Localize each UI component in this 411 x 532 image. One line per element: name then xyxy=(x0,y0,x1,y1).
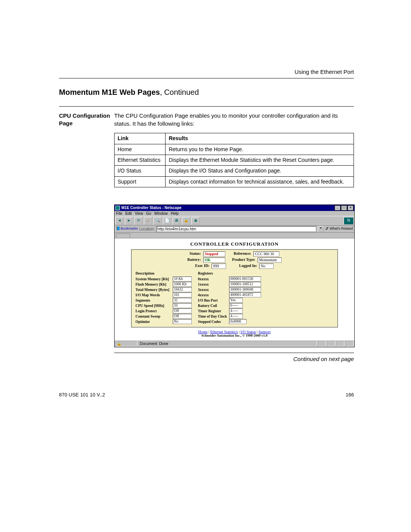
table-row: I/O Status Displays the I/O Status and C… xyxy=(115,166,354,176)
header-chapter: Using the Ethernet Port xyxy=(59,69,354,75)
web-content: CONTROLLER CONFIGURATION Status: Stopped… xyxy=(115,238,354,340)
reload-icon[interactable]: ⟳ xyxy=(134,217,143,225)
header-rule xyxy=(59,78,354,78)
status-slot xyxy=(327,341,335,347)
page-title-bold: Momentum M1E Web Pages xyxy=(59,88,160,96)
battery-value: OK xyxy=(203,257,225,263)
registers-column: Registers 0xxxxx000001-001536 1xxxxx1000… xyxy=(198,271,261,324)
section-side-heading: CPU Configuration Page xyxy=(59,112,114,128)
menu-file[interactable]: File xyxy=(116,211,122,216)
table-cell: Displays the Ethernet Module Statistics … xyxy=(166,155,354,166)
table-cell: Displays contact information for technic… xyxy=(166,176,354,187)
table-row: Support Displays contact information for… xyxy=(115,176,354,187)
page-title: Momentum M1E Web Pages, Continued xyxy=(59,88,354,97)
window-title: M1E Controller Status - Netscape xyxy=(121,206,182,210)
browser-status-bar: 🔓 Document: Done xyxy=(115,340,354,347)
config-columns: Description System Memory [Kb]18 Kb Flas… xyxy=(133,271,336,324)
browser-screenshot: M1E Controller Status - Netscape _ □ × F… xyxy=(114,204,355,347)
forward-icon[interactable]: ► xyxy=(125,217,133,225)
section-main: The CPU Configuration Page enables you t… xyxy=(114,112,354,363)
guide-icon[interactable]: 📄 xyxy=(163,217,171,225)
links-table: Link Results Home Returns you to the Hom… xyxy=(114,133,354,187)
description-header: Description xyxy=(135,271,192,275)
menu-help[interactable]: Help xyxy=(171,211,179,216)
back-icon[interactable]: ◄ xyxy=(115,217,124,225)
intro-text: The CPU Configuration Page enables you t… xyxy=(114,112,354,128)
tab-strip xyxy=(115,233,354,238)
stop-icon[interactable]: ◉ xyxy=(191,217,200,225)
section: CPU Configuration Page The CPU Configura… xyxy=(59,106,354,363)
table-cell: I/O Status xyxy=(115,166,166,176)
logged-in-value: No xyxy=(259,264,274,269)
url-dropdown[interactable]: ▾ xyxy=(318,226,324,232)
status-icon-cell: 🔓 xyxy=(115,341,137,347)
content-title: CONTROLLER CONFIGURATION xyxy=(117,241,352,247)
bookmarks-button[interactable]: Bookmarks xyxy=(116,227,138,231)
page-footer: 870 USE 101 10 V..2 166 xyxy=(59,392,354,398)
table-row: Home Returns you to the Home Page. xyxy=(115,144,354,155)
exec-id-label: Exec ID: xyxy=(195,264,210,269)
menu-go[interactable]: Go xyxy=(146,211,151,216)
close-button[interactable]: × xyxy=(347,205,354,211)
location-label: Location: xyxy=(139,227,155,231)
maximize-button[interactable]: □ xyxy=(341,205,347,211)
print-icon[interactable]: 🖶 xyxy=(172,217,181,225)
url-input[interactable] xyxy=(156,226,316,232)
description-column: Description System Memory [Kb]18 Kb Flas… xyxy=(135,271,192,324)
copyright-text: Schneider Automation Inc., © 1998-2000 v… xyxy=(117,334,352,338)
table-cell: Home xyxy=(115,144,166,155)
table-head-link: Link xyxy=(115,133,166,144)
table-cell: Ethernet Statistics xyxy=(115,155,166,166)
menu-window[interactable]: Window xyxy=(154,211,168,216)
registers-header: Registers xyxy=(198,271,261,275)
exec-id-value: 899 xyxy=(212,264,226,269)
status-label: Status: xyxy=(190,251,201,257)
status-slot xyxy=(345,341,354,347)
window-titlebar: M1E Controller Status - Netscape _ □ × xyxy=(115,205,354,211)
table-cell: Returns you to the Home Page. xyxy=(166,144,354,155)
window-buttons: _ □ × xyxy=(335,205,354,211)
table-row: Ethernet Statistics Displays the Etherne… xyxy=(115,155,354,166)
toolbar: ◄ ► ⟳ ⌂ 🔍 📄 🖶 🔒 ◉ N xyxy=(115,216,354,226)
home-icon[interactable]: ⌂ xyxy=(144,217,152,225)
product-type-label: Product Type: xyxy=(232,257,255,263)
menu-view[interactable]: View xyxy=(135,211,143,216)
whats-related-button[interactable]: What's Related xyxy=(325,227,353,231)
status-text: Document: Done xyxy=(138,341,317,347)
section-end-rule xyxy=(114,353,354,353)
status-slot xyxy=(318,341,326,347)
reference-value: CCC 960 30 xyxy=(253,251,279,257)
netscape-icon xyxy=(115,206,120,210)
netscape-logo-icon: N xyxy=(344,217,354,225)
search-icon[interactable]: 🔍 xyxy=(153,217,162,225)
reference-label: Reference: xyxy=(234,251,251,257)
logged-in-label: Logged In: xyxy=(239,264,257,269)
status-value: Stopped xyxy=(203,251,225,257)
product-type-value: Momentum xyxy=(258,257,282,263)
document-page: Using the Ethernet Port Momentum M1E Web… xyxy=(0,0,411,532)
menu-edit[interactable]: Edit xyxy=(125,211,132,216)
footer-doc-ref: 870 USE 101 10 V..2 xyxy=(59,392,105,398)
security-icon[interactable]: 🔒 xyxy=(182,217,190,225)
menu-bar: File Edit View Go Window Help xyxy=(115,211,354,216)
battery-label: Battery: xyxy=(187,257,201,263)
page-number: 166 xyxy=(346,392,354,398)
table-head-results: Results xyxy=(166,133,354,144)
page-title-continued: , Continued xyxy=(160,88,199,96)
location-bar: Bookmarks Location: ▾ What's Related xyxy=(115,226,354,233)
table-cell: Displays the I/O Status and Configuratio… xyxy=(166,166,354,176)
table-cell: Support xyxy=(115,176,166,187)
config-panel: Status: Stopped Reference: CCC 960 30 Ba… xyxy=(131,249,338,328)
continued-next: Continued on next page xyxy=(114,355,354,363)
status-slot xyxy=(336,341,344,347)
minimize-button[interactable]: _ xyxy=(335,205,341,211)
